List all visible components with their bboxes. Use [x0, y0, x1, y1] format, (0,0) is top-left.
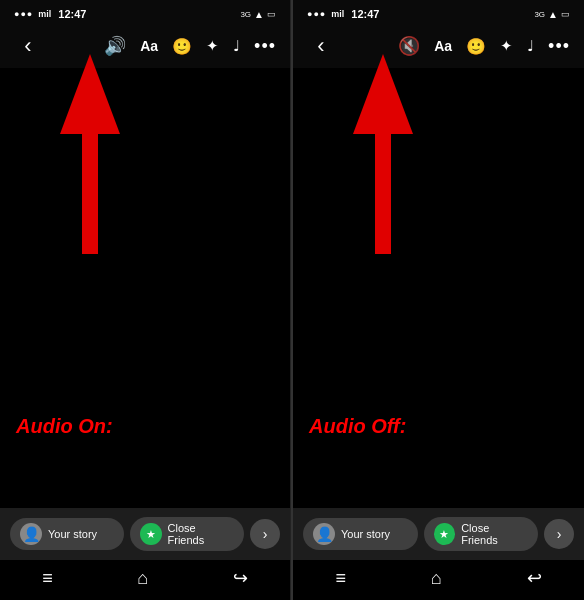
- next-button-left[interactable]: ›: [250, 519, 280, 549]
- close-friends-button-left[interactable]: ★ Close Friends: [130, 517, 244, 551]
- story-label-right: Your story: [341, 528, 390, 540]
- toolbar-right-icons-right: 🔇 Aa 🙂 ✦ ♩ •••: [398, 35, 570, 57]
- wifi-icon: ▲: [254, 9, 264, 20]
- battery-icon-right: ▭: [561, 9, 570, 19]
- back-nav-icon-right[interactable]: ↩: [527, 567, 542, 589]
- home-nav-icon-left[interactable]: ⌂: [137, 568, 148, 589]
- friends-label-right: Close Friends: [461, 522, 528, 546]
- more-icon-right[interactable]: •••: [548, 36, 570, 57]
- battery-icon: ▭: [267, 9, 276, 19]
- back-button-right[interactable]: ‹: [307, 33, 335, 59]
- audio-off-label: Audio Off:: [309, 415, 406, 438]
- panel-audio-off: ●●● mil 12:47 3G ▲ ▭ ‹ 🔇 Aa 🙂 ✦ ♩ •••: [293, 0, 584, 600]
- story-avatar-right: 👤: [313, 523, 335, 545]
- text-style-icon[interactable]: Aa: [140, 38, 158, 54]
- signal-icon-right: ●●●: [307, 9, 326, 19]
- back-button[interactable]: ‹: [14, 33, 42, 59]
- story-label-left: Your story: [48, 528, 97, 540]
- menu-nav-icon-left[interactable]: ≡: [42, 568, 53, 589]
- main-content-right: Audio Off:: [293, 68, 584, 508]
- audio-on-label: Audio On:: [16, 415, 113, 438]
- friends-icon-right: ★: [434, 523, 456, 545]
- status-right: 3G ▲ ▭: [240, 9, 276, 20]
- text-style-icon-right[interactable]: Aa: [434, 38, 452, 54]
- menu-nav-icon-right[interactable]: ≡: [335, 568, 346, 589]
- red-arrow-left: [50, 54, 130, 254]
- status-right-right: 3G ▲ ▭: [534, 9, 570, 20]
- carrier-text: mil: [38, 9, 51, 19]
- close-friends-button-right[interactable]: ★ Close Friends: [424, 517, 539, 551]
- status-left: ●●● mil 12:47: [14, 8, 86, 20]
- toolbar-right: ‹ 🔇 Aa 🙂 ✦ ♩ •••: [293, 24, 584, 68]
- next-button-right[interactable]: ›: [544, 519, 574, 549]
- status-bar-right: ●●● mil 12:47 3G ▲ ▭: [293, 0, 584, 24]
- svg-marker-0: [60, 54, 120, 254]
- network-type: 3G: [240, 10, 251, 19]
- next-icon-left: ›: [263, 526, 268, 542]
- next-icon-right: ›: [557, 526, 562, 542]
- music-icon[interactable]: ♩: [233, 37, 240, 55]
- avatar-icon-right: 👤: [316, 526, 333, 542]
- panel-audio-on: ●●● mil 12:47 3G ▲ ▭ ‹ 🔊 Aa 🙂 ✦ ♩ ••• Au…: [0, 0, 291, 600]
- sparkle-icon-right[interactable]: ✦: [500, 37, 513, 55]
- star-icon-right: ★: [439, 528, 449, 541]
- sparkle-icon[interactable]: ✦: [206, 37, 219, 55]
- friends-icon-left: ★: [140, 523, 162, 545]
- nav-bar-left: ≡ ⌂ ↩: [0, 560, 290, 600]
- time-display: 12:47: [58, 8, 86, 20]
- emoji-icon[interactable]: 🙂: [172, 37, 192, 56]
- share-bar-right: 👤 Your story ★ Close Friends ›: [293, 508, 584, 560]
- emoji-icon-right[interactable]: 🙂: [466, 37, 486, 56]
- back-nav-icon-left[interactable]: ↩: [233, 567, 248, 589]
- nav-bar-right: ≡ ⌂ ↩: [293, 560, 584, 600]
- signal-icon: ●●●: [14, 9, 33, 19]
- music-icon-right[interactable]: ♩: [527, 37, 534, 55]
- home-nav-icon-right[interactable]: ⌂: [431, 568, 442, 589]
- more-icon[interactable]: •••: [254, 36, 276, 57]
- svg-marker-1: [353, 54, 413, 254]
- star-icon-left: ★: [146, 528, 156, 541]
- friends-label-left: Close Friends: [168, 522, 234, 546]
- network-type-right: 3G: [534, 10, 545, 19]
- red-arrow-right: [343, 54, 423, 254]
- avatar-icon-left: 👤: [23, 526, 40, 542]
- story-avatar-left: 👤: [20, 523, 42, 545]
- time-display-right: 12:47: [351, 8, 379, 20]
- status-left-right: ●●● mil 12:47: [307, 8, 379, 20]
- share-bar-left: 👤 Your story ★ Close Friends ›: [0, 508, 290, 560]
- toolbar-left: ‹ 🔊 Aa 🙂 ✦ ♩ •••: [0, 24, 290, 68]
- wifi-icon-right: ▲: [548, 9, 558, 20]
- your-story-button-right[interactable]: 👤 Your story: [303, 518, 418, 550]
- status-bar-left: ●●● mil 12:47 3G ▲ ▭: [0, 0, 290, 24]
- your-story-button-left[interactable]: 👤 Your story: [10, 518, 124, 550]
- main-content-left: Audio On:: [0, 68, 290, 508]
- carrier-text-right: mil: [331, 9, 344, 19]
